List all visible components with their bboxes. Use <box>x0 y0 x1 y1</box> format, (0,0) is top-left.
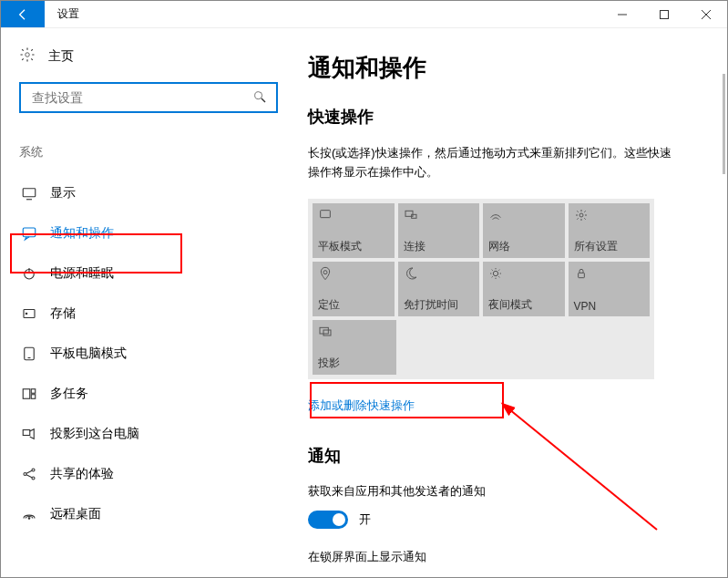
tablet-mode-icon <box>318 208 389 224</box>
svg-point-25 <box>579 213 583 217</box>
search-icon <box>252 89 267 107</box>
settings-icon <box>574 208 645 224</box>
home-label: 主页 <box>48 48 74 65</box>
svg-rect-22 <box>321 210 331 217</box>
section-quick-heading: 快速操作 <box>308 106 703 128</box>
location-icon <box>318 266 389 283</box>
svg-point-2 <box>26 53 30 57</box>
projection-icon <box>318 325 391 341</box>
svg-point-11 <box>26 313 27 315</box>
tile-network[interactable]: 网络 <box>483 203 565 258</box>
main: 通知和操作 快速操作 长按(或选择)快速操作，然后通过拖动方式来重新排列它们。这… <box>290 28 727 577</box>
night-light-icon <box>488 266 559 283</box>
tile-tablet-mode[interactable]: 平板模式 <box>313 203 395 258</box>
tile-location[interactable]: 定位 <box>313 262 395 316</box>
svg-rect-14 <box>23 389 30 399</box>
maximize-button[interactable] <box>643 1 685 27</box>
tile-label: 免打扰时间 <box>404 297 475 313</box>
vpn-icon <box>574 266 645 283</box>
tile-label: 网络 <box>488 239 559 254</box>
sidebar-item-power[interactable]: 电源和睡眠 <box>19 253 281 294</box>
maximize-icon <box>660 10 669 19</box>
sidebar-item-multitask[interactable]: 多任务 <box>19 374 281 414</box>
tile-label: 平板模式 <box>318 239 389 254</box>
svg-point-19 <box>32 469 35 471</box>
minimize-icon <box>618 10 627 19</box>
sidebar-item-tablet[interactable]: 平板电脑模式 <box>19 334 281 374</box>
svg-rect-1 <box>661 10 669 18</box>
section-notif-heading: 通知 <box>308 445 703 467</box>
tile-label: 投影 <box>318 356 391 371</box>
project-icon <box>21 426 37 442</box>
sidebar-item-notifications[interactable]: 通知和操作 <box>19 213 281 253</box>
svg-point-20 <box>32 477 35 480</box>
scrollbar-thumb[interactable] <box>723 74 725 174</box>
home-link[interactable]: 主页 <box>19 46 281 66</box>
tile-quiet-hours[interactable]: 免打扰时间 <box>398 262 480 316</box>
tile-projection[interactable]: 投影 <box>313 320 396 375</box>
search-input[interactable] <box>30 89 252 106</box>
svg-point-18 <box>24 473 26 476</box>
close-icon <box>702 10 711 19</box>
svg-point-27 <box>493 271 497 275</box>
svg-point-21 <box>28 518 30 520</box>
toggle-label: 开 <box>359 511 371 528</box>
svg-line-4 <box>261 98 265 102</box>
quick-actions-grid: 平板模式 连接 网络 所有设置 <box>308 199 654 379</box>
tile-label: VPN <box>574 300 645 313</box>
tile-vpn[interactable]: VPN <box>569 262 651 316</box>
notif-toggle[interactable] <box>308 511 348 529</box>
gear-icon <box>19 46 36 66</box>
tablet-icon <box>21 346 37 362</box>
svg-rect-28 <box>578 273 584 277</box>
sidebar: 主页 系统 显示 通知和操作 <box>1 28 290 577</box>
page-title: 通知和操作 <box>308 52 703 84</box>
nav-label: 显示 <box>50 185 76 201</box>
quick-desc: 长按(或选择)快速操作，然后通过拖动方式来重新排列它们。这些快速操作将显示在操作… <box>308 144 672 182</box>
toggle-row: 开 <box>308 511 703 529</box>
nav-label: 远程桌面 <box>50 506 101 522</box>
settings-window: 设置 主页 系统 <box>0 0 728 578</box>
notif-text-1: 获取来自应用和其他发送者的通知 <box>308 483 703 500</box>
sidebar-item-display[interactable]: 显示 <box>19 173 281 213</box>
nav-label: 共享的体验 <box>50 466 114 482</box>
add-remove-quick-actions-link[interactable]: 添加或删除快速操作 <box>308 397 415 414</box>
tile-night-light[interactable]: 夜间模式 <box>483 262 565 316</box>
back-button[interactable] <box>1 1 45 27</box>
nav-label: 投影到这台电脑 <box>50 426 139 442</box>
svg-rect-15 <box>31 389 36 394</box>
search-box[interactable] <box>19 82 278 113</box>
nav-label: 电源和睡眠 <box>50 265 114 282</box>
tile-label: 所有设置 <box>574 239 645 254</box>
sidebar-item-remote[interactable]: 远程桌面 <box>19 494 281 534</box>
tile-label: 连接 <box>404 239 475 254</box>
network-icon <box>488 208 559 224</box>
display-icon <box>21 185 37 201</box>
svg-rect-7 <box>23 228 36 237</box>
svg-rect-5 <box>23 189 36 197</box>
svg-rect-16 <box>31 395 36 399</box>
share-icon <box>21 466 37 482</box>
tile-connect[interactable]: 连接 <box>398 203 480 258</box>
window-title: 设置 <box>45 1 92 27</box>
notification-icon <box>21 225 37 242</box>
minimize-button[interactable] <box>601 1 643 27</box>
tile-label: 夜间模式 <box>488 297 559 313</box>
sidebar-item-storage[interactable]: 存储 <box>19 294 281 334</box>
tile-label: 定位 <box>318 297 389 313</box>
storage-icon <box>21 305 37 322</box>
svg-rect-30 <box>323 330 331 335</box>
multitask-icon <box>21 386 37 402</box>
nav-label: 多任务 <box>50 386 88 402</box>
sidebar-item-shared[interactable]: 共享的体验 <box>19 454 281 494</box>
power-icon <box>21 265 37 282</box>
nav-label: 存储 <box>50 305 76 322</box>
nav-label: 平板电脑模式 <box>50 346 127 362</box>
tile-all-settings[interactable]: 所有设置 <box>569 203 651 258</box>
moon-icon <box>404 266 475 283</box>
titlebar: 设置 <box>1 1 727 28</box>
sidebar-item-project[interactable]: 投影到这台电脑 <box>19 414 281 454</box>
nav-label: 通知和操作 <box>50 225 114 242</box>
close-button[interactable] <box>685 1 727 27</box>
svg-rect-29 <box>320 327 328 334</box>
